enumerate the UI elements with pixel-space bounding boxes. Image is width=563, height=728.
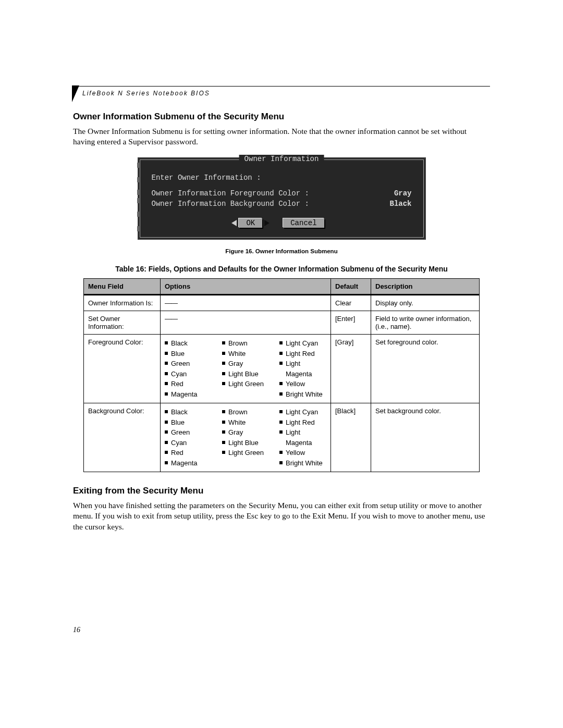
color-option: Black: [165, 338, 212, 349]
color-option: Green: [165, 427, 212, 438]
table-row: Set Owner Information:——[Enter]Field to …: [84, 311, 480, 335]
color-option-label: Magenta: [171, 389, 198, 400]
color-option: Light Blue: [222, 438, 269, 448]
bullet-icon: [222, 421, 225, 424]
color-option: Light Blue: [222, 369, 269, 379]
cell-options: ——: [161, 311, 331, 335]
color-option-label: Light Green: [228, 448, 264, 458]
bios-ok-button[interactable]: OK: [239, 218, 262, 228]
bullet-icon: [165, 382, 168, 385]
bullet-icon: [165, 410, 168, 413]
color-option: Cyan: [165, 369, 212, 379]
bullet-icon: [165, 372, 168, 375]
color-option-label: Light Blue: [228, 369, 259, 379]
cell-description: Display only.: [371, 295, 480, 311]
bullet-icon: [222, 382, 225, 385]
cell-menu-field: Set Owner Information:: [84, 311, 161, 335]
bullet-icon: [165, 392, 168, 396]
cell-description: Set foreground color.: [371, 335, 480, 403]
bullet-icon: [279, 382, 283, 385]
table-row: Foreground Color:BlackBlueGreenCyanRedMa…: [84, 335, 480, 403]
table-title: Table 16: Fields, Options and Defaults f…: [73, 265, 490, 273]
color-option: Red: [165, 448, 212, 458]
color-option-label: Cyan: [171, 438, 187, 448]
color-option: Light Green: [222, 379, 269, 389]
cell-menu-field: Background Color:: [84, 403, 161, 472]
bios-screenshot: Owner Information Enter Owner Informatio…: [138, 157, 426, 240]
cell-options: BlackBlueGreenCyanRedMagentaBrownWhiteGr…: [161, 403, 331, 472]
bullet-icon: [279, 392, 283, 396]
color-option-label: Cyan: [171, 369, 187, 379]
bullet-icon: [279, 410, 283, 413]
color-option-label: Red: [171, 379, 183, 389]
color-option: Magenta: [165, 389, 212, 400]
color-option: Light Magenta: [279, 427, 326, 448]
color-option-label: Magenta: [171, 458, 198, 468]
color-option: Light Red: [279, 349, 326, 359]
section-body-exiting: When you have finished setting the param…: [73, 500, 490, 532]
color-option-label: Yellow: [286, 379, 305, 389]
bullet-icon: [279, 461, 283, 464]
th-menu-field: Menu Field: [84, 279, 161, 295]
color-option-label: Brown: [228, 338, 248, 349]
bullet-icon: [279, 362, 283, 365]
color-option-label: Light Magenta: [286, 427, 326, 448]
cell-default: Clear: [331, 295, 371, 311]
header-rule: LifeBook N Series Notebook BIOS: [73, 86, 490, 97]
cell-menu-field: Foreground Color:: [84, 335, 161, 403]
bullet-icon: [222, 341, 225, 344]
bullet-icon: [279, 341, 283, 344]
color-option: Light Magenta: [279, 359, 326, 379]
color-option-label: Bright White: [286, 389, 323, 400]
color-option-label: Bright White: [286, 458, 323, 468]
cell-options: BlackBlueGreenCyanRedMagentaBrownWhiteGr…: [161, 335, 331, 403]
bullet-icon: [279, 421, 283, 424]
bullet-icon: [222, 410, 225, 413]
section-heading-exiting: Exiting from the Security Menu: [73, 486, 490, 496]
color-option: Magenta: [165, 458, 212, 468]
bullet-icon: [279, 352, 283, 355]
bullet-icon: [222, 430, 225, 434]
running-head: LifeBook N Series Notebook BIOS: [82, 90, 490, 97]
color-option: Brown: [222, 407, 269, 417]
bullet-icon: [165, 441, 168, 444]
color-option-label: Light Red: [286, 349, 315, 359]
color-option: Light Cyan: [279, 338, 326, 349]
bullet-icon: [165, 421, 168, 424]
cell-default: [Black]: [331, 403, 371, 472]
table-row: Background Color:BlackBlueGreenCyanRedMa…: [84, 403, 480, 472]
color-option: Black: [165, 407, 212, 417]
color-option-label: Blue: [171, 349, 185, 359]
color-option: Cyan: [165, 438, 212, 448]
cell-default: [Enter]: [331, 311, 371, 335]
table-row: Owner Information Is:——ClearDisplay only…: [84, 295, 480, 311]
color-option: Light Red: [279, 417, 326, 428]
section-body-owner-info: The Owner Information Submenu is for set…: [73, 126, 490, 147]
color-option-label: Light Blue: [228, 438, 259, 448]
section-heading-owner-info: Owner Information Submenu of the Securit…: [73, 112, 490, 122]
color-option-label: Yellow: [286, 448, 305, 458]
color-option-label: Light Magenta: [286, 359, 326, 379]
color-option: Red: [165, 379, 212, 389]
bios-side-tabs: [137, 159, 139, 238]
color-option-label: Green: [171, 427, 190, 438]
color-option-label: Red: [171, 448, 183, 458]
document-page: LifeBook N Series Notebook BIOS Owner In…: [73, 0, 490, 676]
color-option: White: [222, 417, 269, 428]
bullet-icon: [165, 461, 168, 464]
th-default: Default: [331, 279, 371, 295]
figure-caption: Figure 16. Owner Information Submenu: [73, 248, 490, 254]
color-option: Gray: [222, 359, 269, 369]
th-description: Description: [371, 279, 480, 295]
color-option-label: Gray: [228, 359, 243, 369]
bullet-icon: [165, 430, 168, 434]
bullet-icon: [222, 451, 225, 454]
bullet-icon: [222, 362, 225, 365]
color-option: Brown: [222, 338, 269, 349]
bullet-icon: [222, 441, 225, 444]
cell-menu-field: Owner Information Is:: [84, 295, 161, 311]
bios-cancel-button[interactable]: Cancel: [283, 218, 324, 228]
color-option-label: Blue: [171, 417, 185, 428]
bullet-icon: [165, 362, 168, 365]
bullet-icon: [165, 451, 168, 454]
